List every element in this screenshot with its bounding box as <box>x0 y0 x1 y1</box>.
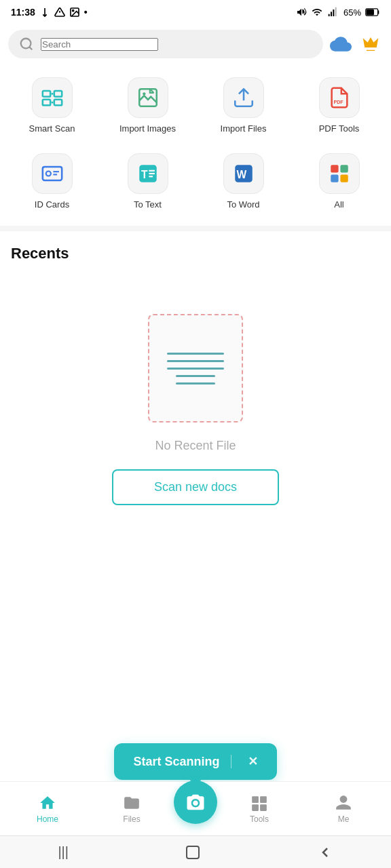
android-nav-bar: ||| <box>0 835 391 868</box>
android-recent-icon[interactable]: ||| <box>58 844 69 860</box>
all-item[interactable]: All <box>293 145 386 218</box>
doc-line-5 <box>176 382 215 384</box>
grid-row-1: Smart Scan Import Images <box>5 69 386 142</box>
all-icon-container <box>319 153 360 194</box>
time-display: 11:38 <box>11 7 35 18</box>
status-time: 11:38 • <box>11 7 88 18</box>
scan-new-docs-button[interactable]: Scan new docs <box>112 469 279 505</box>
search-icon <box>19 37 34 52</box>
person-icon <box>335 794 352 812</box>
android-home-icon[interactable] <box>185 844 201 861</box>
all-label: All <box>334 199 343 210</box>
pdf-tools-icon-container: PDF <box>319 77 360 118</box>
svg-rect-8 <box>335 7 337 16</box>
to-text-item[interactable]: T To Text <box>101 145 194 218</box>
svg-rect-13 <box>42 91 50 97</box>
import-images-item[interactable]: Import Images <box>101 69 194 142</box>
svg-rect-42 <box>187 846 199 859</box>
svg-text:T: T <box>141 169 148 180</box>
nav-home[interactable]: Home <box>5 794 90 824</box>
doc-line-3 <box>167 368 223 370</box>
premium-crown-icon[interactable] <box>358 32 383 56</box>
banner-close-icon[interactable]: ✕ <box>248 754 258 769</box>
svg-rect-36 <box>331 174 338 182</box>
import-images-label: Import Images <box>119 123 176 134</box>
empty-doc-illustration <box>148 314 243 422</box>
svg-rect-39 <box>260 796 267 803</box>
svg-rect-7 <box>333 9 334 16</box>
start-scanning-banner[interactable]: Start Scanning ✕ <box>114 743 277 780</box>
svg-line-12 <box>29 47 32 50</box>
import-files-item[interactable]: Import Files <box>197 69 290 142</box>
id-cards-icon-container <box>32 153 73 194</box>
svg-rect-40 <box>252 804 259 811</box>
nav-me[interactable]: Me <box>301 794 386 824</box>
home-icon <box>39 794 56 812</box>
nav-files-label: Files <box>123 814 140 824</box>
svg-rect-34 <box>331 165 338 172</box>
import-files-icon <box>232 86 255 109</box>
svg-text:W: W <box>236 169 246 180</box>
svg-rect-14 <box>54 91 61 97</box>
bottom-navigation: Home Files Tools Me <box>0 781 391 835</box>
banner-divider <box>231 755 231 768</box>
nav-home-label: Home <box>37 814 58 824</box>
smart-scan-label: Smart Scan <box>29 123 75 134</box>
nav-tools[interactable]: Tools <box>217 794 301 824</box>
tools-icon <box>250 794 268 812</box>
android-back-icon[interactable] <box>317 844 333 861</box>
search-input[interactable] <box>41 38 158 51</box>
svg-rect-41 <box>260 804 267 811</box>
to-word-icon: W <box>232 162 255 185</box>
battery-text: 65% <box>343 7 361 18</box>
start-scanning-label: Start Scanning <box>133 755 219 769</box>
import-images-icon <box>136 86 160 109</box>
doc-line-1 <box>167 353 223 355</box>
id-cards-item[interactable]: ID Cards <box>5 145 98 218</box>
battery-icon <box>365 7 380 17</box>
to-text-icon: T <box>136 162 160 185</box>
pdf-tools-item[interactable]: PDF PDF Tools <box>293 69 386 142</box>
svg-rect-15 <box>42 100 50 106</box>
to-text-label: To Text <box>134 199 162 210</box>
doc-line-2 <box>167 360 223 362</box>
search-wrapper <box>8 30 383 58</box>
nav-me-label: Me <box>338 814 350 824</box>
smart-scan-item[interactable]: Smart Scan <box>5 69 98 142</box>
wifi-icon <box>311 7 323 18</box>
recents-title: Recents <box>11 245 380 262</box>
svg-rect-35 <box>340 165 348 172</box>
no-recent-label: No Recent File <box>155 439 236 453</box>
nav-camera-button[interactable] <box>174 781 217 824</box>
to-word-item[interactable]: W To Word <box>197 145 290 218</box>
download-icon <box>39 7 50 18</box>
nav-files[interactable]: Files <box>90 794 174 824</box>
svg-rect-37 <box>340 174 348 182</box>
dot-icon: • <box>84 7 88 18</box>
id-cards-label: ID Cards <box>35 199 69 210</box>
svg-rect-6 <box>331 12 332 16</box>
search-bar[interactable] <box>8 30 323 58</box>
nav-tools-label: Tools <box>250 814 269 824</box>
empty-state: No Recent File Scan new docs <box>11 273 380 532</box>
status-bar: 11:38 • 65% <box>0 0 391 24</box>
svg-point-4 <box>72 10 73 12</box>
smart-scan-icon <box>41 86 64 109</box>
svg-rect-5 <box>329 14 330 16</box>
section-divider <box>0 226 391 231</box>
import-images-icon-container <box>128 77 168 118</box>
all-grid-icon <box>328 162 351 185</box>
svg-text:PDF: PDF <box>333 100 343 105</box>
to-text-icon-container: T <box>128 153 168 194</box>
svg-point-11 <box>21 39 31 49</box>
mute-icon <box>296 7 307 18</box>
svg-rect-38 <box>252 796 259 803</box>
doc-line-4 <box>176 375 215 377</box>
import-files-icon-container <box>223 77 264 118</box>
recents-section: Recents No Recent File Scan new docs <box>0 231 391 532</box>
to-word-icon-container: W <box>223 153 264 194</box>
signal-icon <box>327 7 339 18</box>
cloud-backup-icon[interactable] <box>329 32 353 56</box>
status-right: 65% <box>296 7 380 18</box>
svg-point-24 <box>45 171 50 176</box>
